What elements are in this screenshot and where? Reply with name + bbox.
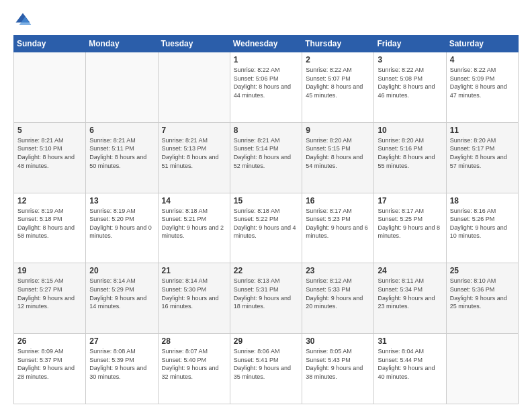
day-cell: 13Sunrise: 8:19 AM Sunset: 5:20 PM Dayli… — [86, 193, 158, 263]
day-info: Sunrise: 8:10 AM Sunset: 5:36 PM Dayligh… — [450, 277, 515, 310]
day-number: 27 — [89, 336, 154, 346]
day-number: 28 — [162, 336, 226, 346]
day-info: Sunrise: 8:20 AM Sunset: 5:16 PM Dayligh… — [378, 136, 442, 170]
day-cell: 23Sunrise: 8:12 AM Sunset: 5:33 PM Dayli… — [302, 263, 374, 334]
day-number: 21 — [162, 266, 226, 275]
day-cell: 30Sunrise: 8:05 AM Sunset: 5:43 PM Dayli… — [302, 334, 374, 404]
day-info: Sunrise: 8:17 AM Sunset: 5:23 PM Dayligh… — [306, 207, 370, 240]
day-number: 16 — [306, 196, 370, 205]
day-cell — [158, 52, 230, 123]
day-number: 5 — [17, 126, 82, 135]
week-row-4: 19Sunrise: 8:15 AM Sunset: 5:27 PM Dayli… — [14, 263, 519, 334]
day-number: 26 — [17, 336, 82, 346]
day-number: 17 — [378, 196, 442, 205]
header — [13, 11, 519, 30]
day-header-tuesday: Tuesday — [158, 36, 230, 52]
day-cell: 16Sunrise: 8:17 AM Sunset: 5:23 PM Dayli… — [302, 193, 374, 263]
day-cell — [446, 334, 518, 404]
week-row-3: 12Sunrise: 8:19 AM Sunset: 5:18 PM Dayli… — [14, 193, 519, 263]
day-number: 30 — [306, 336, 370, 346]
day-number: 22 — [234, 266, 298, 275]
day-number: 15 — [234, 196, 298, 205]
day-info: Sunrise: 8:19 AM Sunset: 5:20 PM Dayligh… — [89, 207, 154, 240]
day-info: Sunrise: 8:19 AM Sunset: 5:18 PM Dayligh… — [17, 207, 82, 240]
week-row-1: 1Sunrise: 8:22 AM Sunset: 5:06 PM Daylig… — [14, 52, 519, 123]
day-cell: 17Sunrise: 8:17 AM Sunset: 5:25 PM Dayli… — [374, 193, 446, 263]
day-info: Sunrise: 8:13 AM Sunset: 5:31 PM Dayligh… — [234, 277, 298, 310]
day-cell: 22Sunrise: 8:13 AM Sunset: 5:31 PM Dayli… — [230, 263, 302, 334]
day-cell: 6Sunrise: 8:21 AM Sunset: 5:11 PM Daylig… — [86, 122, 158, 193]
day-cell: 28Sunrise: 8:07 AM Sunset: 5:40 PM Dayli… — [158, 334, 230, 404]
day-header-thursday: Thursday — [302, 36, 374, 52]
day-number: 23 — [306, 266, 370, 275]
day-info: Sunrise: 8:22 AM Sunset: 5:06 PM Dayligh… — [234, 66, 298, 99]
calendar-body: 1Sunrise: 8:22 AM Sunset: 5:06 PM Daylig… — [14, 52, 519, 404]
day-number: 24 — [378, 266, 442, 275]
day-number: 14 — [162, 196, 226, 205]
day-cell: 14Sunrise: 8:18 AM Sunset: 5:21 PM Dayli… — [158, 193, 230, 263]
day-cell: 25Sunrise: 8:10 AM Sunset: 5:36 PM Dayli… — [446, 263, 518, 334]
page: SundayMondayTuesdayWednesdayThursdayFrid… — [0, 0, 532, 411]
day-number: 2 — [306, 55, 370, 64]
day-cell: 26Sunrise: 8:09 AM Sunset: 5:37 PM Dayli… — [14, 334, 86, 404]
day-info: Sunrise: 8:22 AM Sunset: 5:07 PM Dayligh… — [306, 66, 370, 99]
day-cell: 11Sunrise: 8:20 AM Sunset: 5:17 PM Dayli… — [446, 122, 518, 193]
day-number: 20 — [89, 266, 154, 275]
day-number: 11 — [450, 126, 515, 135]
day-cell: 8Sunrise: 8:21 AM Sunset: 5:14 PM Daylig… — [230, 122, 302, 193]
day-cell: 1Sunrise: 8:22 AM Sunset: 5:06 PM Daylig… — [230, 52, 302, 123]
day-cell: 7Sunrise: 8:21 AM Sunset: 5:13 PM Daylig… — [158, 122, 230, 193]
day-info: Sunrise: 8:22 AM Sunset: 5:09 PM Dayligh… — [450, 66, 515, 99]
week-row-2: 5Sunrise: 8:21 AM Sunset: 5:10 PM Daylig… — [14, 122, 519, 193]
day-header-saturday: Saturday — [446, 36, 518, 52]
day-number: 1 — [234, 55, 298, 64]
day-cell: 2Sunrise: 8:22 AM Sunset: 5:07 PM Daylig… — [302, 52, 374, 123]
day-info: Sunrise: 8:15 AM Sunset: 5:27 PM Dayligh… — [17, 277, 82, 310]
day-number: 10 — [378, 126, 442, 135]
day-cell: 31Sunrise: 8:04 AM Sunset: 5:44 PM Dayli… — [374, 334, 446, 404]
day-info: Sunrise: 8:12 AM Sunset: 5:33 PM Dayligh… — [306, 277, 370, 310]
day-info: Sunrise: 8:11 AM Sunset: 5:34 PM Dayligh… — [378, 277, 442, 310]
day-cell: 20Sunrise: 8:14 AM Sunset: 5:29 PM Dayli… — [86, 263, 158, 334]
day-number: 9 — [306, 126, 370, 135]
day-info: Sunrise: 8:21 AM Sunset: 5:14 PM Dayligh… — [234, 136, 298, 170]
day-number: 4 — [450, 55, 515, 64]
day-number: 31 — [378, 336, 442, 346]
day-info: Sunrise: 8:18 AM Sunset: 5:21 PM Dayligh… — [162, 207, 226, 240]
day-number: 7 — [162, 126, 226, 135]
day-cell — [14, 52, 86, 123]
day-info: Sunrise: 8:21 AM Sunset: 5:13 PM Dayligh… — [162, 136, 226, 170]
day-cell: 21Sunrise: 8:14 AM Sunset: 5:30 PM Dayli… — [158, 263, 230, 334]
calendar-header: SundayMondayTuesdayWednesdayThursdayFrid… — [14, 36, 519, 52]
day-cell: 15Sunrise: 8:18 AM Sunset: 5:22 PM Dayli… — [230, 193, 302, 263]
day-info: Sunrise: 8:20 AM Sunset: 5:17 PM Dayligh… — [450, 136, 515, 170]
day-cell: 19Sunrise: 8:15 AM Sunset: 5:27 PM Dayli… — [14, 263, 86, 334]
day-info: Sunrise: 8:14 AM Sunset: 5:30 PM Dayligh… — [162, 277, 226, 310]
day-cell: 10Sunrise: 8:20 AM Sunset: 5:16 PM Dayli… — [374, 122, 446, 193]
day-info: Sunrise: 8:07 AM Sunset: 5:40 PM Dayligh… — [162, 347, 226, 381]
day-header-sunday: Sunday — [14, 36, 86, 52]
day-header-wednesday: Wednesday — [230, 36, 302, 52]
day-number: 6 — [89, 126, 154, 135]
day-info: Sunrise: 8:06 AM Sunset: 5:41 PM Dayligh… — [234, 347, 298, 381]
day-cell: 27Sunrise: 8:08 AM Sunset: 5:39 PM Dayli… — [86, 334, 158, 404]
day-number: 29 — [234, 336, 298, 346]
day-info: Sunrise: 8:20 AM Sunset: 5:15 PM Dayligh… — [306, 136, 370, 170]
day-info: Sunrise: 8:17 AM Sunset: 5:25 PM Dayligh… — [378, 207, 442, 240]
week-row-5: 26Sunrise: 8:09 AM Sunset: 5:37 PM Dayli… — [14, 334, 519, 404]
day-info: Sunrise: 8:04 AM Sunset: 5:44 PM Dayligh… — [378, 347, 442, 381]
header-row: SundayMondayTuesdayWednesdayThursdayFrid… — [14, 36, 519, 52]
day-header-friday: Friday — [374, 36, 446, 52]
day-info: Sunrise: 8:08 AM Sunset: 5:39 PM Dayligh… — [89, 347, 154, 381]
day-cell — [86, 52, 158, 123]
logo-icon — [13, 11, 32, 30]
day-cell: 4Sunrise: 8:22 AM Sunset: 5:09 PM Daylig… — [446, 52, 518, 123]
day-cell: 29Sunrise: 8:06 AM Sunset: 5:41 PM Dayli… — [230, 334, 302, 404]
day-number: 25 — [450, 266, 515, 275]
day-info: Sunrise: 8:18 AM Sunset: 5:22 PM Dayligh… — [234, 207, 298, 240]
day-info: Sunrise: 8:16 AM Sunset: 5:26 PM Dayligh… — [450, 207, 515, 240]
day-cell: 12Sunrise: 8:19 AM Sunset: 5:18 PM Dayli… — [14, 193, 86, 263]
day-number: 8 — [234, 126, 298, 135]
day-number: 3 — [378, 55, 442, 64]
logo — [13, 11, 35, 30]
